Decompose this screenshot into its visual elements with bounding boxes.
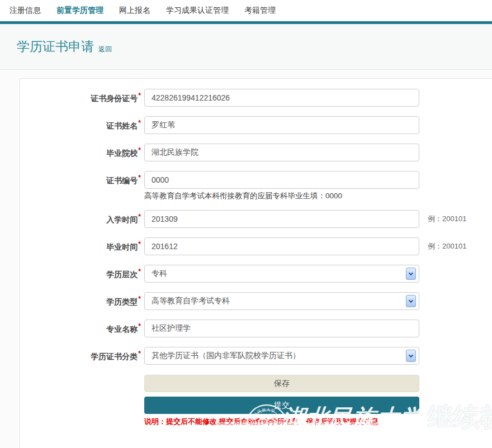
form-row: 毕业时间* 例：200101 [20, 237, 492, 255]
field-label: 毕业院校* [20, 146, 141, 159]
field-label: 证书姓名* [20, 119, 141, 131]
enrollment-date-hint: 例：200101 [428, 214, 466, 224]
field-label: 毕业时间* [20, 240, 141, 252]
nav-item-prior-education-management[interactable]: 前置学历管理 [56, 6, 103, 16]
required-asterisk: * [138, 322, 141, 330]
form-row: 证书身份证号* [20, 89, 492, 107]
field-label: 证书身份证号* [20, 92, 141, 104]
field-label: 学历证书分类* [20, 350, 141, 362]
page-header: 学历证书申请 返回 [0, 24, 492, 70]
field-label: 证书编号* [20, 174, 141, 186]
field-label: 专业名称* [20, 322, 141, 335]
select-value: 专科 [152, 269, 167, 279]
graduation-date-input[interactable] [144, 237, 419, 255]
chevron-down-icon[interactable] [406, 350, 416, 362]
select-value: 高等教育自学考试专科 [152, 296, 230, 306]
form-row: 毕业院校* [20, 144, 492, 161]
education-level-select[interactable]: 专科 [144, 265, 419, 283]
save-button[interactable]: 保存 [144, 375, 419, 392]
submit-button[interactable]: 提交 [144, 397, 419, 414]
nav-item-online-registration[interactable]: 网上报名 [119, 6, 150, 16]
select-value: 其他学历证书（国内非军队院校学历证书） [152, 351, 300, 361]
page-title: 学历证书申请 [17, 38, 94, 55]
field-label: 学历类型* [20, 295, 141, 307]
form-row: 专业名称* [20, 320, 492, 337]
submission-warning-note: 说明：提交后不能修改,提交后自动查询学历信息，保存后请及时提交信息 [144, 417, 492, 427]
form-row: 学历证书分类* 其他学历证书（国内非军队院校学历证书） [20, 347, 492, 365]
nav-item-learning-achievement-certification[interactable]: 学习成果认证管理 [166, 6, 229, 16]
field-label: 入学时间* [20, 213, 141, 225]
required-asterisk: * [138, 119, 141, 127]
chevron-down-icon[interactable] [406, 295, 416, 307]
form-row: 证书编号* [20, 171, 492, 189]
graduation-school-input[interactable] [144, 144, 419, 161]
back-link[interactable]: 返回 [98, 45, 112, 54]
graduation-date-hint: 例：200101 [428, 241, 466, 251]
top-nav: 注册信息 前置学历管理 网上报名 学习成果认证管理 考籍管理 [0, 0, 492, 21]
required-asterisk: * [138, 92, 141, 99]
page: 注册信息 前置学历管理 网上报名 学习成果认证管理 考籍管理 学历证书申请 返回… [0, 0, 492, 448]
enrollment-date-input[interactable] [144, 210, 419, 228]
certificate-number-input[interactable] [144, 171, 419, 189]
form-row: 证书姓名* [20, 116, 492, 134]
application-form-panel: 证书身份证号* 证书姓名* 毕业院校* 证书编号* 高等教育自学考试本科衔接教育… [20, 78, 492, 448]
required-asterisk: * [138, 240, 141, 248]
chevron-down-icon[interactable] [406, 268, 416, 280]
required-asterisk: * [138, 295, 141, 303]
certificate-number-note: 高等教育自学考试本科衔接教育的应届专科毕业生填：0000 [20, 189, 492, 210]
required-asterisk: * [138, 146, 141, 154]
form-row: 学历类型* 高等教育自学考试专科 [20, 292, 492, 310]
form-row: 学历层次* 专科 [20, 265, 492, 283]
education-type-select[interactable]: 高等教育自学考试专科 [144, 292, 419, 310]
nav-item-registration-info[interactable]: 注册信息 [10, 6, 41, 16]
required-asterisk: * [138, 268, 141, 275]
form-row: 入学时间* 例：200101 [20, 210, 492, 228]
certificate-name-input[interactable] [144, 116, 419, 134]
required-asterisk: * [138, 350, 141, 358]
required-asterisk: * [138, 213, 141, 221]
required-asterisk: * [138, 174, 141, 182]
certificate-category-select[interactable]: 其他学历证书（国内非军队院校学历证书） [144, 347, 419, 365]
nav-item-exam-status-management[interactable]: 考籍管理 [244, 6, 276, 16]
certificate-id-number-input[interactable] [144, 89, 419, 107]
major-name-input[interactable] [144, 320, 419, 337]
field-label: 学历层次* [20, 268, 141, 280]
